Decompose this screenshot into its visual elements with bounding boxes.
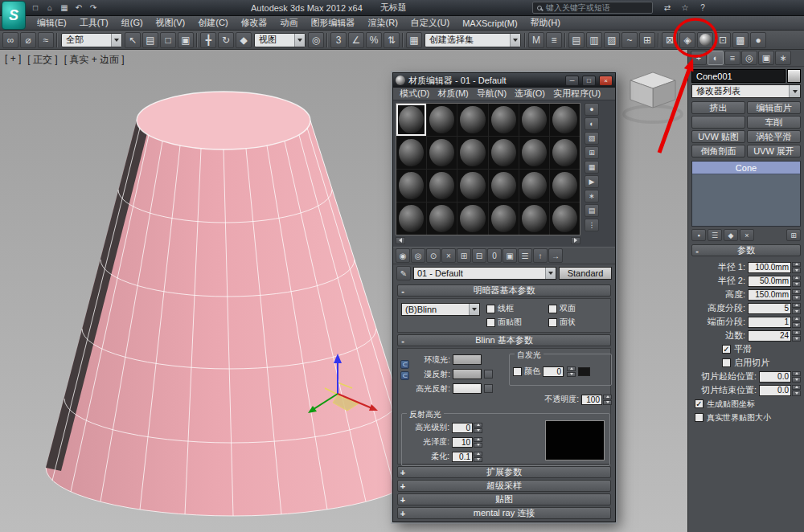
real-world-map-checkbox[interactable] (695, 413, 704, 422)
modifier-list-dropdown[interactable]: 修改器列表 (691, 84, 801, 98)
radius2-spinner[interactable] (792, 276, 801, 287)
material-editor-titlebar[interactable]: 材质编辑器 - 01 - Default ─ □ × (393, 73, 615, 88)
select-and-move-icon[interactable]: ╋ (200, 32, 216, 48)
show-end-result-icon[interactable]: ☰ (518, 248, 532, 263)
material-sample-slot[interactable] (519, 170, 549, 202)
video-color-check-icon[interactable]: ▦ (585, 161, 599, 174)
select-and-rotate-icon[interactable]: ↻ (218, 32, 234, 48)
favorites-icon[interactable]: ☆ (679, 2, 691, 14)
generate-mapping-checkbox[interactable]: ✓ (695, 399, 704, 408)
extended-parameters-rollout[interactable]: + 扩展参数 (397, 466, 611, 478)
material-sample-slot[interactable] (457, 170, 487, 202)
parameters-rollout-header[interactable]: - 参数 (691, 244, 801, 256)
sample-type-icon[interactable]: ● (585, 103, 599, 116)
menu-maxscript[interactable]: MAXScript(M) (456, 18, 523, 28)
app-logo-icon[interactable]: S (2, 1, 26, 30)
select-by-material-icon[interactable]: ▤ (585, 204, 599, 217)
background-icon[interactable]: ▨ (585, 132, 599, 145)
tab-modify-icon[interactable]: ◐ (708, 51, 724, 65)
cap-segments-spinner[interactable] (792, 317, 801, 328)
align-icon[interactable]: ≡ (546, 32, 562, 48)
material-sample-slot[interactable] (519, 137, 549, 169)
menu-tools[interactable]: 工具(T) (73, 17, 115, 29)
material-editor-options-icon[interactable]: ∗ (585, 190, 599, 203)
spinner-snap-icon[interactable]: ⇅ (384, 32, 400, 48)
object-name-field[interactable]: Cone001 (691, 69, 786, 83)
material-sample-slot[interactable] (489, 104, 519, 136)
graphite-ribbon-icon[interactable]: ▨ (604, 32, 620, 48)
material-type-button[interactable]: Standard (559, 267, 612, 280)
material-sample-slot[interactable] (396, 104, 426, 136)
menu-customize[interactable]: 自定义(U) (404, 17, 456, 29)
configure-modifier-sets-icon[interactable]: ⊞ (786, 229, 801, 241)
sides-spinner[interactable] (792, 330, 801, 342)
specular-color-swatch[interactable] (453, 383, 482, 394)
cap-segments-field[interactable]: 1 (748, 317, 791, 328)
show-end-result-icon[interactable]: ☰ (708, 229, 722, 241)
material-sample-slot[interactable] (427, 137, 457, 169)
minimize-icon[interactable]: ─ (565, 76, 579, 86)
diffuse-color-swatch[interactable] (453, 369, 482, 379)
face-map-checkbox[interactable] (486, 318, 495, 327)
blinn-rollout-header[interactable]: - Blinn 基本参数 (397, 334, 611, 346)
remove-modifier-icon[interactable]: × (740, 229, 754, 241)
sample-uv-tiling-icon[interactable]: ⊞ (585, 146, 599, 159)
material-name-dropdown[interactable]: 01 - Default (413, 267, 556, 280)
opacity-spinner[interactable] (603, 395, 612, 405)
angle-snap-icon[interactable]: ∠ (348, 32, 364, 48)
assign-material-to-selection-icon[interactable]: ⊙ (426, 248, 441, 263)
render-setup-icon[interactable]: ⊡ (715, 32, 731, 48)
selection-filter-dropdown[interactable]: 全部 (61, 33, 122, 47)
search-input[interactable]: 键入关键字或短语 (532, 2, 653, 14)
smooth-checkbox[interactable]: ✓ (722, 345, 731, 354)
put-material-to-scene-icon[interactable]: ◎ (411, 248, 425, 263)
scene-explorer-icon[interactable]: ▤ (568, 32, 585, 48)
material-sample-slot[interactable] (489, 137, 519, 169)
reference-coordinate-dropdown[interactable]: 视图 (254, 33, 306, 47)
percent-snap-icon[interactable]: % (366, 32, 382, 48)
slice-to-spinner[interactable] (792, 385, 801, 396)
undo-icon[interactable]: ↶ (72, 2, 85, 14)
self-illum-spinner[interactable] (567, 366, 576, 377)
cone-object[interactable] (46, 92, 420, 516)
material-sample-slot[interactable] (457, 203, 487, 235)
menu-help[interactable]: 帮助(H) (524, 17, 567, 29)
mental-ray-rollout[interactable]: + mental ray 连接 (397, 507, 611, 519)
material-sample-slot[interactable] (427, 203, 457, 235)
make-unique-icon[interactable]: ◆ (724, 229, 738, 241)
material-effects-channel-icon[interactable]: 0 (487, 248, 502, 263)
diffuse-map-button[interactable] (484, 370, 493, 379)
material-sample-slot[interactable] (427, 170, 457, 202)
help-icon[interactable]: ? (696, 2, 709, 14)
object-color-swatch[interactable] (787, 69, 801, 83)
material-editor-icon[interactable] (697, 32, 713, 48)
slice-to-field[interactable]: 0.0 (759, 385, 791, 396)
menu-animation[interactable]: 动画 (274, 17, 305, 29)
save-file-icon[interactable]: ▦ (58, 2, 71, 14)
menu-views[interactable]: 视图(V) (150, 17, 192, 29)
select-and-scale-icon[interactable]: ◆ (236, 32, 252, 48)
height-field[interactable]: 150.0mm (748, 289, 791, 301)
manage-layers-icon[interactable]: ▥ (586, 32, 602, 48)
height-segments-spinner[interactable] (792, 303, 801, 314)
lock-ambient-diffuse-icon[interactable]: ⊂ (400, 360, 409, 369)
shader-type-dropdown[interactable]: (B)Blinn (401, 303, 480, 316)
material-sample-slot[interactable] (550, 137, 580, 169)
communication-center-icon[interactable]: ⇄ (661, 2, 674, 14)
select-object-icon[interactable]: ↖ (125, 32, 141, 48)
modifier-stack[interactable]: Cone (691, 161, 801, 227)
specular-map-button[interactable] (484, 384, 493, 393)
go-to-parent-icon[interactable]: ↑ (533, 248, 548, 263)
me-menu-options[interactable]: 选项(O) (511, 88, 549, 100)
menu-edit[interactable]: 编辑(E) (31, 17, 73, 29)
soften-field[interactable]: 0.1 (452, 452, 473, 462)
snapshot-tool-icon[interactable]: ◈ (679, 32, 695, 48)
material-sample-slot[interactable] (550, 104, 580, 136)
scroll-right-icon[interactable] (571, 237, 580, 244)
radius1-spinner[interactable] (792, 262, 801, 273)
pin-stack-icon[interactable]: ▪ (691, 229, 706, 241)
render-production-icon[interactable]: ● (750, 32, 766, 48)
radius1-field[interactable]: 100.0mm (748, 262, 791, 273)
make-material-copy-icon[interactable]: ⊞ (457, 248, 471, 263)
slice-from-spinner[interactable] (792, 371, 801, 383)
